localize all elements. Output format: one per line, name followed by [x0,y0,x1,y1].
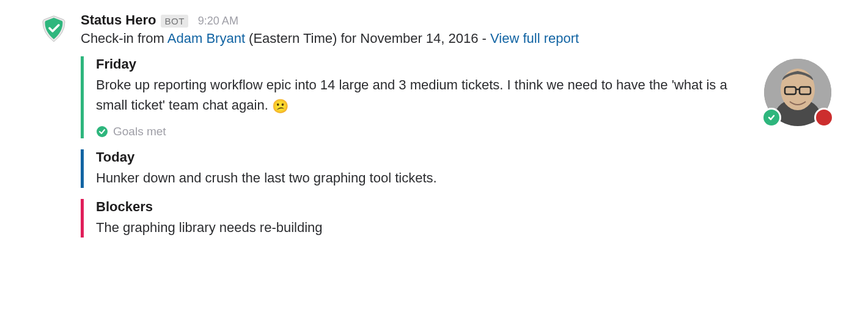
user-link[interactable]: Adam Bryant [167,31,245,46]
attachments-area: Friday Broke up reporting workflow epic … [81,56,831,249]
attachment-body-today: Hunker down and crush the last two graph… [96,168,752,188]
attachment-title-friday: Friday [96,56,752,72]
status-red-indicator [814,108,834,127]
bot-badge: BOT [161,15,188,28]
attachment-body-blockers: The graphing library needs re-building [96,217,752,238]
message-content: Status Hero BOT 9:20 AM Check-in from Ad… [81,12,831,249]
check-icon [767,113,776,122]
svg-point-0 [97,126,108,137]
message-timestamp: 9:20 AM [198,15,238,28]
shield-check-icon [39,15,68,44]
friday-text: Broke up reporting workflow epic into 14… [96,77,727,113]
goals-met-label: Goals met [113,125,166,138]
user-avatar-container [764,59,831,126]
attachment-today: Today Hunker down and crush the last two… [81,149,752,188]
attachment-title-blockers: Blockers [96,199,752,215]
bot-avatar [37,12,71,47]
summary-line: Check-in from Adam Bryant (Eastern Time)… [81,31,831,47]
slack-message: Status Hero BOT 9:20 AM Check-in from Ad… [37,12,831,249]
summary-prefix: Check-in from [81,31,167,46]
summary-middle: (Eastern Time) for November 14, 2016 - [245,31,490,46]
message-header: Status Hero BOT 9:20 AM [81,12,831,28]
status-check-indicator [762,108,781,127]
attachments: Friday Broke up reporting workflow epic … [81,56,752,249]
goals-met-row: Goals met [96,125,752,138]
confused-emoji: 😕 [272,96,289,116]
attachment-blockers: Blockers The graphing library needs re-b… [81,199,752,238]
checkmark-circle-icon [96,125,108,138]
bot-name: Status Hero [81,12,156,28]
attachment-title-today: Today [96,149,752,165]
attachment-body-friday: Broke up reporting workflow epic into 14… [96,75,752,116]
view-report-link[interactable]: View full report [490,31,579,46]
attachment-friday: Friday Broke up reporting workflow epic … [81,56,752,138]
